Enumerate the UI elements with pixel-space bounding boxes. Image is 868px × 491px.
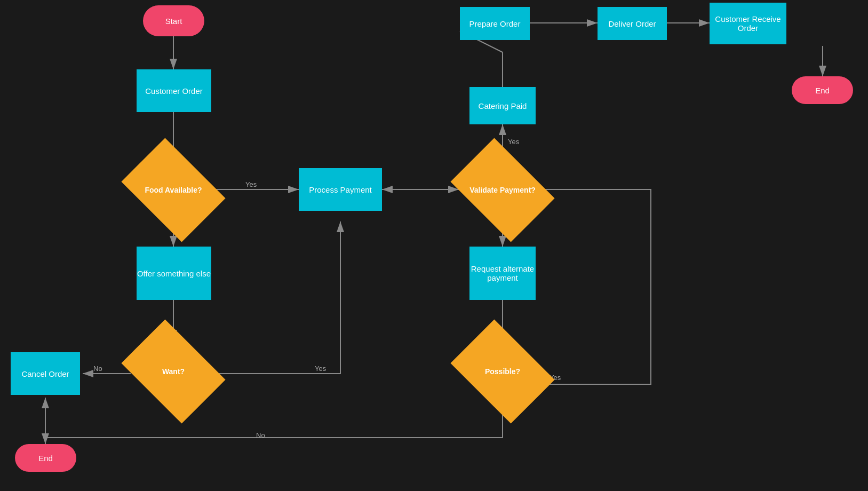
catering-paid-label: Catering Paid <box>479 101 527 110</box>
offer-something-node: Offer something else <box>137 247 211 300</box>
catering-paid-node: Catering Paid <box>469 87 536 124</box>
cancel-order-node: Cancel Order <box>11 352 80 395</box>
possible-node: Possible? <box>450 319 554 423</box>
label-yes-validate: Yes <box>508 138 519 146</box>
possible-label: Possible? <box>460 340 545 402</box>
start-label: Start <box>165 17 182 26</box>
offer-something-label: Offer something else <box>137 269 211 278</box>
validate-payment-label: Validate Payment? <box>460 159 545 221</box>
flowchart: Yes No Yes No Yes No Yes No Start Custom… <box>0 0 868 491</box>
customer-order-label: Customer Order <box>145 86 203 96</box>
end-bottom-node: End <box>15 444 76 472</box>
label-no-possible: No <box>256 431 265 439</box>
deliver-order-node: Deliver Order <box>598 7 667 40</box>
prepare-order-label: Prepare Order <box>469 19 521 28</box>
start-node: Start <box>143 5 204 36</box>
deliver-order-label: Deliver Order <box>608 19 656 28</box>
arrows-svg <box>0 0 868 491</box>
validate-payment-node: Validate Payment? <box>450 138 554 242</box>
prepare-order-node: Prepare Order <box>460 7 530 40</box>
label-yes-want: Yes <box>315 365 326 373</box>
end-top-label: End <box>815 86 830 95</box>
process-payment-label: Process Payment <box>309 185 372 194</box>
customer-order-node: Customer Order <box>137 69 211 112</box>
customer-receive-node: Customer Receive Order <box>710 3 786 44</box>
want-node: Want? <box>121 319 225 423</box>
end-top-node: End <box>792 76 853 104</box>
end-bottom-label: End <box>38 454 53 463</box>
food-available-label: Food Available? <box>131 159 216 221</box>
request-alternate-node: Request alternate payment <box>469 247 536 300</box>
want-label: Want? <box>131 340 216 402</box>
request-alternate-label: Request alternate payment <box>469 264 536 282</box>
label-no-want: No <box>93 365 102 373</box>
process-payment-node: Process Payment <box>299 168 382 211</box>
label-yes-food: Yes <box>245 180 257 188</box>
customer-receive-label: Customer Receive Order <box>710 14 786 33</box>
cancel-order-label: Cancel Order <box>21 369 69 378</box>
food-available-node: Food Available? <box>121 138 225 242</box>
